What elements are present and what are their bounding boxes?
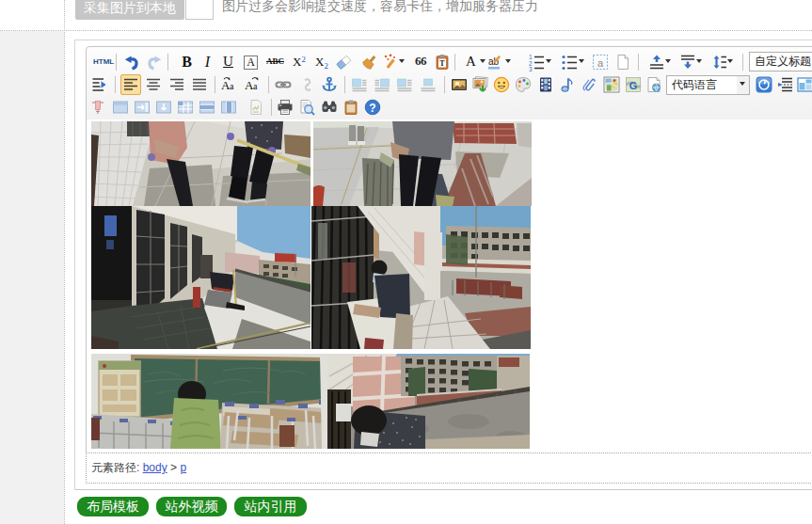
svg-text:G: G bbox=[629, 80, 637, 91]
svg-text:3: 3 bbox=[529, 66, 533, 71]
svg-text:1: 1 bbox=[529, 54, 533, 60]
svg-text:?: ? bbox=[369, 102, 375, 115]
svg-text:a: a bbox=[253, 81, 258, 91]
svg-text:a: a bbox=[597, 57, 604, 69]
svg-text:T: T bbox=[439, 59, 445, 68]
svg-text:a: a bbox=[230, 81, 234, 91]
